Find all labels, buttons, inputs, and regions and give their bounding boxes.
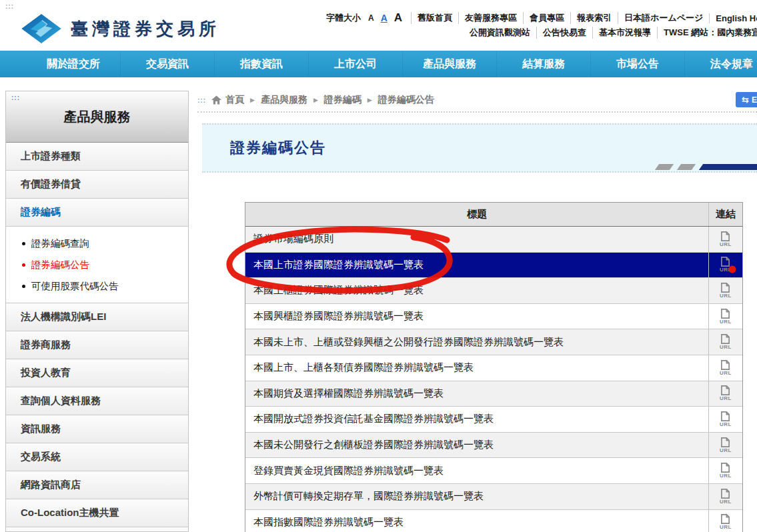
skip-link[interactable]: ::: bbox=[5, 3, 14, 10]
row-title[interactable]: 證券市場編碼原則 bbox=[245, 227, 708, 252]
sidebar-item-info-service[interactable]: 資訊服務 bbox=[6, 415, 188, 443]
row-title[interactable]: 外幣計價可轉換定期存單，國際證券辨識號碼一覽表 bbox=[245, 484, 708, 509]
row-link-cell[interactable]: URL bbox=[708, 227, 742, 252]
sidebar-item-publications[interactable]: 出版品 bbox=[6, 527, 188, 532]
row-link-cell[interactable]: URL bbox=[708, 407, 742, 432]
row-title[interactable]: 本國上市證券國際證券辨識號碼一覽表 bbox=[245, 253, 708, 278]
row-link-cell[interactable]: URL bbox=[708, 304, 742, 329]
twse-logo[interactable]: 臺灣證券交易所 bbox=[20, 13, 220, 44]
row-title[interactable]: 本國未公開發行之創櫃板證券國際證券辨識號碼一覽表 bbox=[245, 433, 708, 458]
row-link-cell[interactable]: URL bbox=[708, 433, 742, 458]
link-accessibility-zone[interactable]: 友善服務專區 bbox=[458, 12, 523, 24]
row-title[interactable]: 本國指數國際證券辨識號碼一覽表 bbox=[245, 510, 708, 532]
url-link-icon[interactable]: URL bbox=[720, 514, 732, 530]
link-english-home[interactable]: English Home bbox=[709, 13, 757, 23]
nav-regulations[interactable]: 法令規章 bbox=[684, 51, 757, 77]
sidebar-item-listed-securities[interactable]: 上市證券種類 bbox=[6, 143, 188, 171]
nav-index-info[interactable]: 指數資訊 bbox=[214, 51, 308, 77]
table-row[interactable]: 本國未上市、上櫃或登錄興櫃之公開發行證券國際證券辨識號碼一覽表 URL bbox=[245, 329, 742, 355]
table-row[interactable]: 本國未公開發行之創櫃板證券國際證券辨識號碼一覽表 URL bbox=[245, 433, 742, 459]
sidebar-skip-link[interactable]: ::: bbox=[11, 94, 20, 101]
link-mops[interactable]: 公開資訊觀測站 bbox=[464, 27, 536, 39]
sidebar-item-trading-system[interactable]: 交易系統 bbox=[6, 443, 188, 471]
row-link-cell[interactable]: URL bbox=[708, 355, 742, 381]
table-row[interactable]: 登錄買賣黃金現貨國際證券辨識號碼一覽表 URL bbox=[245, 458, 742, 484]
table-row[interactable]: 本國期貨及選擇權國際證券辨識號碼一覽表 URL bbox=[245, 381, 742, 407]
nav-trading-info[interactable]: 交易資訊 bbox=[120, 51, 214, 77]
url-link-icon[interactable]: URL bbox=[720, 334, 732, 350]
breadcrumb: ::: 首頁 ▶ 產品與服務 ▶ 證券編碼 ▶ 證券編碼公告 bbox=[197, 94, 434, 106]
row-link-cell[interactable]: URL bbox=[708, 253, 742, 278]
link-report-index[interactable]: 報表索引 bbox=[570, 12, 618, 24]
row-link-cell[interactable]: URL bbox=[708, 458, 742, 483]
link-member-zone[interactable]: 會員專區 bbox=[523, 12, 570, 24]
table-row[interactable]: 本國興櫃證券國際證券辨識號碼一覽表 URL bbox=[245, 304, 742, 330]
submenu-code-announcement[interactable]: 證券編碼公告 bbox=[6, 254, 188, 275]
link-japanese-homepage[interactable]: 日本語ホームページ bbox=[618, 12, 709, 24]
breadcrumb-securities-code[interactable]: 證券編碼 bbox=[324, 94, 361, 106]
nav-market-announcements[interactable]: 市場公告 bbox=[590, 51, 684, 77]
url-link-icon[interactable]: URL bbox=[720, 360, 732, 376]
url-link-icon[interactable]: URL bbox=[720, 283, 732, 299]
url-link-icon[interactable]: URL bbox=[720, 385, 732, 401]
url-link-icon[interactable]: URL bbox=[720, 463, 732, 479]
url-link-icon[interactable]: URL bbox=[720, 309, 732, 325]
row-title[interactable]: 本國開放式證券投資信託基金國際證券辨識號碼一覽表 bbox=[245, 407, 708, 432]
submenu-available-stock-codes[interactable]: 可使用股票代碼公告 bbox=[6, 275, 188, 297]
breadcrumb-products[interactable]: 產品與服務 bbox=[261, 94, 307, 106]
sidebar-item-investor-edu[interactable]: 投資人教育 bbox=[6, 359, 188, 387]
row-title[interactable]: 本國期貨及選擇權國際證券辨識號碼一覽表 bbox=[245, 381, 708, 407]
link-twse-promo-site[interactable]: TWSE 網站：國內業務宣導網 bbox=[657, 27, 757, 39]
table-row[interactable]: 證券市場編碼原則 URL bbox=[245, 227, 742, 253]
sidebar-item-securities-code[interactable]: 證券編碼 bbox=[6, 199, 188, 227]
row-link-cell[interactable]: URL bbox=[708, 329, 742, 355]
url-link-icon[interactable]: URL bbox=[720, 437, 732, 453]
row-link-cell[interactable]: URL bbox=[708, 278, 742, 303]
table-row[interactable]: 本國指數國際證券辨識號碼一覽表 URL bbox=[245, 510, 742, 532]
table-row[interactable]: 外幣計價可轉換定期存單，國際證券辨識號碼一覽表 URL bbox=[245, 484, 742, 510]
table-row[interactable]: 本國上櫃證券國際證券辨識號碼一覽表 URL bbox=[245, 278, 742, 304]
table-row-highlighted[interactable]: 本國上市證券國際證券辨識號碼一覽表 URL bbox=[245, 253, 742, 279]
nav-listed-co[interactable]: 上市公司 bbox=[308, 51, 402, 77]
bullet-icon bbox=[22, 285, 25, 288]
url-label: URL bbox=[720, 345, 732, 350]
row-link-cell[interactable]: URL bbox=[708, 510, 742, 532]
nav-about[interactable]: 關於證交所 bbox=[27, 51, 120, 77]
url-link-icon[interactable]: URL bbox=[720, 257, 732, 273]
nav-products[interactable]: 產品與服務 bbox=[402, 51, 496, 77]
nav-clearing[interactable]: 結算服務 bbox=[496, 51, 590, 77]
row-title[interactable]: 本國興櫃證券國際證券辨識號碼一覽表 bbox=[245, 304, 708, 329]
link-announcement-query[interactable]: 公告快易查 bbox=[536, 27, 592, 39]
row-link-cell[interactable]: URL bbox=[708, 381, 742, 407]
submenu-code-query[interactable]: 證券編碼查詢 bbox=[6, 233, 188, 254]
banner-decoration bbox=[657, 164, 757, 171]
breadcrumb-skip-link[interactable]: ::: bbox=[197, 97, 206, 104]
row-title[interactable]: 登錄買賣黃金現貨國際證券辨識號碼一覽表 bbox=[245, 458, 708, 483]
sidebar: ::: 產品與服務 上市證券種類 有價證券借貸 證券編碼 證券編碼查詢 證券編碼… bbox=[5, 91, 189, 532]
font-size-medium-button[interactable]: A bbox=[381, 13, 388, 23]
font-size-small-button[interactable]: A bbox=[368, 13, 374, 23]
breadcrumb-home[interactable]: 首頁 bbox=[225, 94, 244, 106]
url-link-icon[interactable]: URL bbox=[720, 489, 732, 505]
sidebar-item-colocation[interactable]: Co-Location主機共置 bbox=[6, 499, 188, 527]
url-link-icon[interactable]: URL bbox=[720, 411, 732, 427]
row-title[interactable]: 本國上櫃證券國際證券辨識號碼一覽表 bbox=[245, 278, 708, 303]
language-toggle-button[interactable]: ⇆ En bbox=[736, 92, 757, 107]
row-title[interactable]: 本國未上市、上櫃或登錄興櫃之公開發行證券國際證券辨識號碼一覽表 bbox=[245, 329, 708, 355]
home-icon[interactable] bbox=[211, 95, 221, 105]
site-title: 臺灣證券交易所 bbox=[71, 17, 220, 41]
link-market-info[interactable]: 基本市況報導 bbox=[592, 27, 657, 39]
table-row[interactable]: 本國開放式證券投資信託基金國際證券辨識號碼一覽表 URL bbox=[245, 407, 742, 433]
sidebar-item-broker-service[interactable]: 證券商服務 bbox=[6, 331, 188, 359]
url-link-icon[interactable]: URL bbox=[720, 231, 732, 247]
row-title[interactable]: 本國上市、上櫃各類債券國際證券辨識號碼一覽表 bbox=[245, 355, 708, 381]
row-link-cell[interactable]: URL bbox=[708, 484, 742, 509]
link-old-homepage[interactable]: 舊版首頁 bbox=[411, 12, 458, 24]
font-size-large-button[interactable]: A bbox=[394, 11, 402, 25]
sidebar-item-lei[interactable]: 法人機構識別碼LEI bbox=[6, 303, 188, 331]
table-row[interactable]: 本國上市、上櫃各類債券國際證券辨識號碼一覽表 URL bbox=[245, 355, 742, 381]
sidebar-item-personal-data[interactable]: 查詢個人資料服務 bbox=[6, 387, 188, 415]
sidebar-item-web-store[interactable]: 網路資訊商店 bbox=[6, 471, 188, 499]
font-size-label: 字體大小 bbox=[326, 12, 361, 24]
sidebar-item-sbl[interactable]: 有價證券借貸 bbox=[6, 171, 188, 199]
